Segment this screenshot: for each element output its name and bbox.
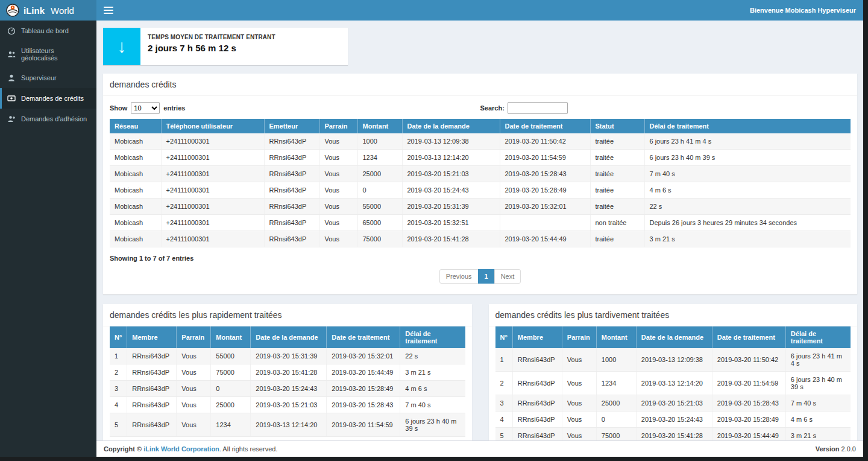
search-input[interactable] — [508, 102, 568, 114]
table-cell: 2019-03-20 15:21:03 — [402, 166, 500, 182]
navbar: Bienvenue Mobicash Hyperviseur — [96, 0, 863, 21]
column-header[interactable]: Montant — [357, 119, 402, 133]
copyright-prefix: Copyright © — [104, 445, 143, 453]
column-header[interactable]: Emetteur — [264, 119, 319, 133]
slowest-credits-panel: demandes crédits les plus tardivement tr… — [489, 304, 858, 440]
company-link[interactable]: iLink World Corporation — [143, 445, 219, 453]
table-cell: 7 m 40 s — [644, 166, 851, 182]
table-cell: 2019-03-13 12:14:20 — [402, 150, 500, 166]
table-cell: 1 — [110, 348, 127, 364]
table-cell: RRnsi643dP — [264, 182, 319, 199]
table-cell: 2019-03-20 15:44:49 — [327, 364, 400, 381]
table-cell: 2019-03-20 15:28:49 — [327, 381, 400, 397]
table-cell: +24111000301 — [161, 199, 264, 215]
table-cell: 65000 — [357, 215, 402, 231]
table-cell: 7 m 40 s — [400, 397, 465, 413]
table-cell: 2019-03-20 11:50:42 — [712, 348, 785, 372]
user-plus-icon — [7, 115, 16, 123]
column-header[interactable]: Date de la demande — [251, 326, 327, 348]
column-header[interactable]: Date de traitement — [500, 119, 590, 133]
sidebar: Tableau de bord Utilisateurs géolocalisé… — [0, 21, 96, 457]
column-header[interactable]: Membre — [512, 326, 562, 348]
table-cell: 4 — [495, 412, 513, 428]
brand-name-bold: iLink — [24, 5, 45, 16]
table-cell: 2019-03-20 11:54:59 — [500, 150, 590, 166]
column-header[interactable]: Délai de traitement — [644, 119, 851, 133]
table-cell: Vous — [177, 397, 211, 413]
table-cell: traitée — [590, 199, 644, 215]
column-header[interactable]: Date de la demande — [636, 326, 712, 348]
table-cell: 2 — [495, 372, 513, 395]
column-header[interactable]: Montant — [596, 326, 636, 348]
column-header[interactable]: Délai de traitement — [785, 326, 851, 348]
table-cell: 2019-03-13 12:14:20 — [636, 372, 712, 395]
table-cell: 2019-03-20 15:28:49 — [712, 412, 785, 428]
column-header[interactable]: N° — [495, 326, 513, 348]
table-cell: 5 — [495, 428, 513, 441]
table-cell: +24111000301 — [161, 231, 264, 247]
copyright-suffix: . All rights reserved. — [219, 445, 278, 453]
infobox-title: TEMPS MOYEN DE TRAITEMENT ENTRANT — [148, 34, 275, 40]
table-cell: 75000 — [596, 428, 636, 441]
table-cell: 25000 — [596, 395, 636, 412]
table-cell: 4 — [110, 397, 127, 413]
show-label: Show — [110, 104, 127, 112]
version-label: Version — [816, 445, 840, 453]
table-cell: Mobicash — [110, 215, 161, 231]
sidebar-item-tableau-de-bord[interactable]: Tableau de bord — [0, 21, 96, 41]
down-arrow-icon: ↓ — [103, 28, 140, 65]
column-header[interactable]: Date de traitement — [327, 326, 400, 348]
table-cell: 1000 — [596, 348, 636, 372]
table-row: Mobicash+24111000301RRnsi643dPVous650002… — [110, 215, 851, 231]
app-logo[interactable]: iLinkWorld — [0, 0, 96, 21]
table-cell: +24111000301 — [161, 215, 264, 231]
table-cell: RRnsi643dP — [264, 150, 319, 166]
page-length-select[interactable]: 10 — [131, 102, 160, 114]
table-cell: traitée — [590, 150, 644, 166]
table-cell: 2 — [110, 364, 127, 381]
column-header[interactable]: Réseau — [110, 119, 161, 133]
table-cell: 5 — [110, 413, 127, 437]
table-cell: RRnsi643dP — [512, 428, 562, 441]
column-header[interactable]: N° — [110, 326, 127, 348]
table-cell: 22 s — [644, 199, 851, 215]
table-cell: 2019-03-20 15:32:01 — [500, 199, 590, 215]
table-cell: Vous — [319, 215, 357, 231]
sidebar-item-utilisateurs-geolocalises[interactable]: Utilisateurs géolocalisés — [0, 41, 96, 68]
table-cell: RRnsi643dP — [512, 395, 562, 412]
column-header[interactable]: Membre — [127, 326, 177, 348]
column-header[interactable]: Date de traitement — [712, 326, 785, 348]
next-page-button[interactable]: Next — [494, 269, 521, 284]
table-cell: 0 — [357, 182, 402, 199]
table-cell: Vous — [319, 166, 357, 182]
column-header[interactable]: Montant — [211, 326, 251, 348]
table-cell: 3 — [110, 381, 127, 397]
column-header[interactable]: Date de la demande — [402, 119, 500, 133]
column-header[interactable]: Délai de traitement — [400, 326, 465, 348]
column-header[interactable]: Parrain — [562, 326, 596, 348]
table-cell: RRnsi643dP — [127, 348, 177, 364]
column-header[interactable]: Parrain — [319, 119, 357, 133]
table-cell: 1234 — [596, 372, 636, 395]
table-row: 5RRnsi643dPVous750002019-03-20 15:41:282… — [495, 428, 851, 441]
table-cell: Depuis 26 jours 3 heures 29 minutes 34 s… — [644, 215, 851, 231]
table-row: Mobicash+24111000301RRnsi643dPVous123420… — [110, 150, 851, 166]
column-header[interactable]: Statut — [590, 119, 644, 133]
sidebar-toggle-icon[interactable] — [104, 7, 113, 14]
table-cell: 6 jours 23 h 41 m 4 s — [785, 348, 851, 372]
sidebar-item-demandes-adhesion[interactable]: Demandes d'adhésion — [0, 109, 96, 129]
column-header[interactable]: Téléphone utilisateur — [161, 119, 264, 133]
table-cell: Vous — [319, 231, 357, 247]
page-1-button[interactable]: 1 — [478, 269, 495, 284]
table-cell: traitée — [590, 182, 644, 199]
table-cell: RRnsi643dP — [127, 381, 177, 397]
sidebar-item-demandes-de-credits[interactable]: Demandes de crédits — [0, 88, 96, 109]
previous-page-button[interactable]: Previous — [439, 269, 479, 284]
sidebar-item-superviseur[interactable]: Superviseur — [0, 68, 96, 88]
version-value: 2.0.0 — [839, 445, 856, 453]
table-cell: RRnsi643dP — [264, 133, 319, 150]
table-row: 3RRnsi643dPVous250002019-03-20 15:21:032… — [495, 395, 851, 412]
table-row: Mobicash+24111000301RRnsi643dPVous02019-… — [110, 182, 851, 199]
sidebar-item-label: Tableau de bord — [21, 27, 69, 34]
column-header[interactable]: Parrain — [177, 326, 211, 348]
